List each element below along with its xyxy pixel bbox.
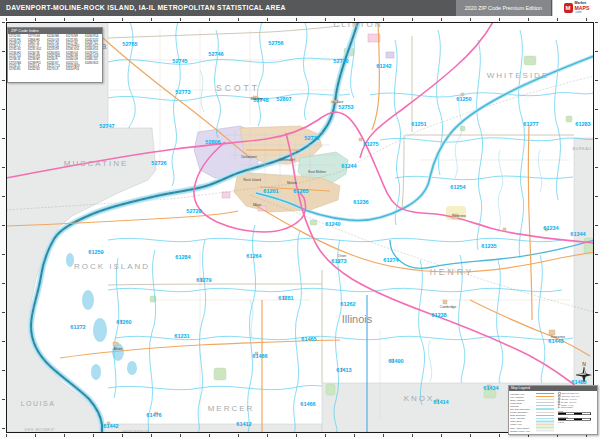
compass-north-label: N	[582, 361, 586, 367]
zip-code-label: 52756	[268, 40, 283, 46]
zip-code-label: 61344	[570, 231, 586, 237]
zip-code-label: 61250	[456, 96, 471, 102]
zip-index-entry: 61273 L9	[47, 67, 64, 70]
zip-code-label: 61413	[336, 367, 351, 373]
county-label: KNOX	[404, 394, 435, 403]
county-label: CLINTON	[334, 20, 383, 29]
brand-logo: M Market MAPS .com	[552, 0, 600, 16]
county-label: ROCK ISLAND	[74, 262, 150, 271]
compass-rose-icon: N	[573, 360, 595, 384]
zip-code-label: 52807	[276, 96, 291, 102]
legend-sample-swatch	[536, 423, 554, 425]
zip-code-label: 61234	[543, 225, 559, 231]
county-label: WHITESIDE	[487, 71, 549, 80]
zip-code-label: 61279	[196, 277, 211, 283]
map-title: DAVENPORT-MOLINE-ROCK ISLAND, IA-IL METR…	[6, 0, 286, 16]
zip-code-label: 61242	[376, 63, 391, 69]
zip-code-label: 61272	[70, 324, 85, 330]
zip-code-label: 61434	[483, 385, 499, 391]
legend-place-classes: 250,000 and over 100,000 - 249,999 25,00…	[558, 392, 596, 432]
place-class-row: Under 2,500	[558, 406, 596, 409]
city-label: Geneseo	[452, 214, 466, 218]
scale-bar: Miles Kilometers 0 5 10	[558, 410, 596, 424]
zip-code-label: 61274	[383, 257, 399, 263]
place-class-dot	[558, 401, 560, 403]
zip-code-label: 61466	[300, 401, 315, 407]
zip-index-entry: 61490 N13	[85, 61, 102, 64]
zip-code-label: 61264	[246, 253, 262, 259]
zip-code-label: 61412	[236, 421, 251, 427]
zip-code-label: 52753	[338, 104, 353, 110]
zip-code-label: 61236	[353, 199, 368, 205]
zip-code-label: 61442	[103, 423, 118, 429]
city-label: East Moline	[308, 170, 326, 174]
legend-sample-swatch	[536, 418, 554, 419]
legend-sample-swatch	[536, 415, 554, 416]
city-label: Rock Island	[243, 178, 261, 182]
legend-sample-swatch	[536, 430, 554, 432]
zip-code-label: 52728	[186, 208, 201, 214]
place-class-dot	[558, 404, 560, 406]
county-label: HENRY	[430, 267, 475, 277]
zip-code-label: 61277	[523, 121, 538, 127]
zip-index-entry: 61414 P14	[66, 67, 83, 70]
city-label: Orion	[338, 254, 346, 258]
zip-code-label: 52806	[205, 139, 220, 145]
zip-code-label: 52722	[304, 135, 319, 141]
zip-code-label: 61490	[388, 358, 403, 364]
zip-code-label: 61260	[116, 319, 131, 325]
legend-sample-swatch	[536, 396, 554, 397]
legend-sample-swatch	[536, 427, 554, 429]
header-bar: DAVENPORT-MOLINE-ROCK ISLAND, IA-IL METR…	[0, 0, 600, 16]
zip-code-label: 61281	[278, 295, 293, 301]
zip-code-label: 61262	[340, 301, 355, 307]
legend-sample-swatch	[536, 406, 554, 407]
zip-code-label: 61275	[363, 141, 378, 147]
zip-code-label: 61201	[263, 188, 278, 194]
zip-code-label: 61254	[450, 184, 466, 190]
city-label: Bettendorf	[279, 158, 295, 162]
legend-sample-swatch	[536, 393, 554, 394]
legend-sample-swatch	[536, 409, 554, 410]
brand-text: Market MAPS .com	[575, 2, 590, 14]
zip-code-label: 61465	[301, 336, 316, 342]
city-label: Aledo	[114, 347, 123, 351]
zip-code-label: 52726	[151, 160, 166, 166]
zip-code-label: 61235	[481, 243, 496, 249]
map-sheet: { "header": { "title": "DAVENPORT-MOLINE…	[0, 0, 600, 439]
zip-code-label: 52773	[175, 89, 190, 95]
zip-code-label: 61244	[341, 163, 357, 169]
zip-code-label: 52730	[333, 58, 348, 64]
city-label: Eldridge	[251, 97, 264, 101]
brand-mark-icon: M	[564, 3, 573, 13]
county-label: SCOTT	[216, 83, 260, 93]
legend-sample-swatch	[536, 403, 554, 404]
zip-code-label: 61273	[331, 258, 346, 264]
legend-item: Outside Metro Area	[510, 429, 558, 432]
county-label: DES MOINES*	[25, 428, 56, 432]
city-label: LeClaire	[331, 100, 344, 104]
zip-code-label: 61476	[146, 412, 161, 418]
zip-code-label: 61251	[411, 121, 426, 127]
city-label: Cambridge	[440, 305, 457, 309]
zip-code-label: 61238	[431, 312, 446, 318]
zip-code-label: 61231	[174, 333, 189, 339]
zip-index-panel: ZIP Code Index 52722 K552726 F652728 G75…	[7, 27, 103, 83]
zip-code-label: 52745	[172, 58, 187, 64]
zip-index-list: 52722 K552726 F652728 G752730 L252745 G2…	[9, 35, 102, 71]
grid-ticks-top	[6, 18, 594, 21]
legend-sample-swatch	[536, 399, 554, 400]
zip-code-label: 61414	[433, 399, 449, 405]
zip-code-label: 52746	[208, 51, 223, 57]
legend-sample-swatch	[536, 420, 554, 422]
zip-code-label: 52747	[99, 123, 114, 129]
legend-panel: Map Legend Interstate Hwy. U.S. Highway …	[508, 385, 598, 435]
legend-items: Interstate Hwy. U.S. Highway State Highw…	[510, 392, 558, 432]
county-label: BUREAU	[573, 147, 592, 151]
grid-ticks-left	[2, 22, 5, 433]
county-label: LOUISA	[21, 400, 56, 407]
zip-code-label: 61240	[325, 221, 340, 227]
city-label: Davenport	[241, 155, 257, 159]
zip-code-label: 61265	[293, 188, 308, 194]
zip-index-entry: 61242 N2	[28, 67, 45, 70]
